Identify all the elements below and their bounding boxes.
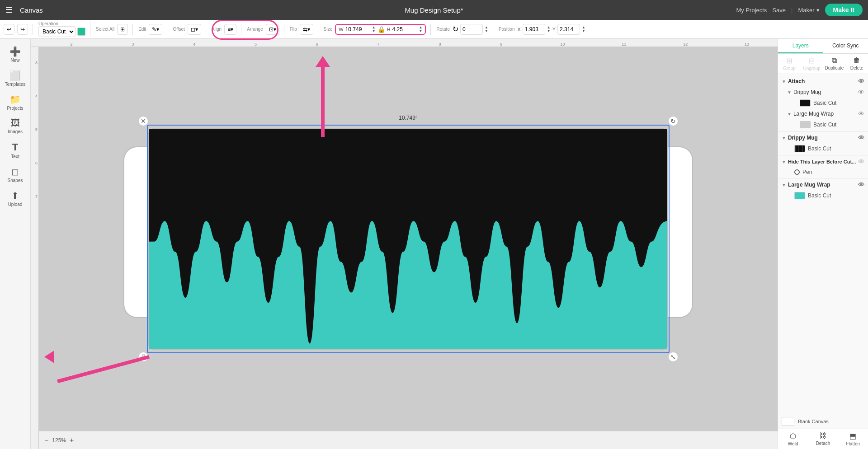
rotate-icon: ↻ — [453, 25, 458, 33]
hide-visibility-icon[interactable]: 👁 — [858, 158, 864, 165]
sidebar-label-images: Images — [8, 129, 23, 134]
duplicate-label: Duplicate — [825, 65, 844, 70]
select-all-button[interactable]: ⊞ — [117, 24, 128, 35]
size-h-down[interactable]: ▼ — [419, 29, 423, 33]
layer-item-basic-cut-3[interactable]: Basic Cut — [778, 143, 868, 154]
layer-item-basic-cut-1[interactable]: Basic Cut — [783, 98, 868, 108]
drippy-mug-1-visibility[interactable]: 👁 — [858, 89, 864, 96]
redo-button[interactable]: ↪ — [17, 24, 28, 35]
sidebar-item-new[interactable]: ➕ New — [2, 43, 29, 65]
size-group: Size W ▲ ▼ 🔒 H ▲ ▼ — [324, 24, 431, 35]
save-button[interactable]: Save — [772, 7, 786, 14]
operation-color-box[interactable] — [77, 28, 85, 36]
layer-group-drippy-mug: ▼ Drippy Mug 👁 Basic Cut — [778, 132, 868, 154]
operation-select[interactable]: Basic Cut — [38, 26, 75, 37]
arrange-button[interactable]: ⊡▾ — [266, 24, 279, 35]
sidebar-label-templates: Templates — [5, 82, 26, 87]
maker-button[interactable]: Maker ▾ — [798, 7, 819, 14]
sidebar-label-text: Text — [11, 154, 19, 159]
ruler-tick: 5 — [225, 42, 286, 47]
ungroup-action[interactable]: ⊟ Ungroup — [801, 54, 823, 74]
layer-group-header-drippy-mug-2[interactable]: ▼ Drippy Mug 👁 — [778, 132, 868, 143]
pos-y-down[interactable]: ▼ — [582, 29, 585, 33]
delete-action[interactable]: 🗑 Delete — [845, 54, 868, 74]
page-title: Mug Design Setup* — [405, 6, 463, 14]
zoom-out-button[interactable]: − — [44, 436, 48, 444]
size-w-input[interactable] — [345, 26, 370, 33]
flip-button[interactable]: ⇆▾ — [300, 24, 313, 35]
sidebar-item-text[interactable]: T Text — [2, 139, 29, 162]
large-mug-wrap-1-label: Large Mug Wrap — [793, 111, 834, 117]
annotation-arrow-left — [44, 351, 149, 363]
attach-visibility-icon[interactable]: 👁 — [858, 78, 864, 85]
hamburger-icon[interactable]: ☰ — [5, 5, 13, 15]
toolbar: ↩ ↪ Operation Basic Cut Select All ⊞ Edi… — [0, 20, 868, 39]
layer-group-header-large-mug-wrap-1[interactable]: ▼ Large Mug Wrap 👁 — [783, 108, 868, 119]
drip-design-svg — [149, 129, 667, 349]
layer-group-hide: ▼ Hide This Layer Before Cut... 👁 Pen — [778, 156, 868, 177]
sidebar-item-shapes[interactable]: ◻ Shapes — [2, 164, 29, 186]
templates-icon: ⬜ — [9, 70, 21, 81]
basic-cut-label-1: Basic Cut — [813, 100, 836, 106]
rotate-down[interactable]: ▼ — [485, 29, 488, 33]
mug-template: ✕ ↻ ⤡ 🔒 — [148, 128, 668, 350]
sidebar-item-templates[interactable]: ⬜ Templates — [2, 67, 29, 89]
close-button[interactable]: ✕ — [138, 116, 149, 126]
lock-icon[interactable]: 🔒 — [377, 26, 385, 33]
canvas-area: 2 3 4 5 6 7 8 9 10 11 12 13 3 4 5 6 7 — [31, 39, 778, 449]
flatten-action[interactable]: ⬒ Flatten — [838, 429, 868, 449]
pos-x-down[interactable]: ▼ — [547, 29, 551, 33]
canvas-label: Canvas — [20, 6, 43, 14]
tab-layers[interactable]: Layers — [778, 39, 823, 53]
ruler-left: 3 4 5 6 7 — [31, 47, 39, 449]
detach-action[interactable]: ⛓ Detach — [808, 429, 838, 449]
group-action[interactable]: ⊞ Group — [778, 54, 801, 74]
zoom-in-button[interactable]: + — [70, 436, 74, 444]
right-panel: Layers Color Sync ⊞ Group ⊟ Ungroup ⧉ Du… — [778, 39, 868, 449]
sidebar-item-projects[interactable]: 📁 Projects — [2, 91, 29, 113]
duplicate-action[interactable]: ⧉ Duplicate — [823, 54, 846, 74]
pos-x-input[interactable] — [523, 24, 545, 35]
ruler-tick: 4 — [164, 42, 225, 47]
mug-container[interactable]: 10.749° 4.25i ✕ — [148, 128, 668, 350]
basic-cut-label-2: Basic Cut — [813, 122, 836, 128]
undo-button[interactable]: ↩ — [4, 24, 14, 35]
sidebar-item-images[interactable]: 🖼 Images — [2, 115, 29, 137]
weld-action[interactable]: ⬡ Weld — [778, 429, 808, 449]
bottom-panel-actions: ⬡ Weld ⛓ Detach ⬒ Flatten — [778, 429, 868, 449]
sidebar-item-upload[interactable]: ⬆ Upload — [2, 187, 29, 210]
size-w-down[interactable]: ▼ — [372, 29, 376, 33]
top-nav: ☰ Canvas Mug Design Setup* My Projects S… — [0, 0, 868, 20]
flatten-label: Flatten — [846, 441, 860, 446]
align-button[interactable]: ≡▾ — [224, 24, 236, 35]
make-it-button[interactable]: Make It — [825, 4, 863, 16]
my-projects-link[interactable]: My Projects — [736, 7, 767, 14]
arrange-label: Arrange — [247, 27, 263, 32]
tab-color-sync[interactable]: Color Sync — [823, 39, 868, 53]
edit-button[interactable]: ✎▾ — [149, 24, 162, 35]
resize-handle[interactable]: ⤡ — [668, 351, 679, 362]
layer-group-header-attach[interactable]: ▼ Attach 👁 — [778, 76, 868, 87]
layer-group-header-drippy-mug-1[interactable]: ▼ Drippy Mug 👁 — [783, 87, 868, 98]
layer-thumb-drippy — [794, 145, 805, 152]
offset-button[interactable]: ◻▾ — [188, 24, 201, 35]
layer-item-basic-cut-4[interactable]: Basic Cut — [778, 190, 868, 201]
blank-canvas-bar: Blank Canvas — [778, 414, 868, 429]
pen-item[interactable]: Pen — [778, 167, 868, 177]
rotate-handle[interactable]: ↻ — [668, 116, 679, 126]
large-mug-wrap-1-visibility[interactable]: 👁 — [858, 110, 864, 117]
layer-divider-2 — [778, 155, 868, 155]
pen-label-text: Pen — [802, 169, 812, 175]
rotate-input[interactable] — [460, 24, 483, 35]
layer-group-header-large-mug-wrap-2[interactable]: ▼ Large Mug Wrap 👁 — [778, 179, 868, 190]
edit-label: Edit — [138, 27, 146, 32]
drippy-mug-2-visibility[interactable]: 👁 — [858, 134, 864, 141]
layer-item-basic-cut-2[interactable]: Basic Cut — [783, 119, 868, 130]
rotate-spinners: ▲ ▼ — [485, 26, 488, 33]
layer-group-header-hide[interactable]: ▼ Hide This Layer Before Cut... 👁 — [778, 156, 868, 167]
pos-y-input[interactable] — [557, 24, 580, 35]
sidebar-label-shapes: Shapes — [8, 178, 23, 183]
large-mug-wrap-2-visibility[interactable]: 👁 — [858, 181, 864, 188]
size-h-input[interactable] — [392, 26, 417, 33]
offset-label: Offset — [173, 27, 185, 32]
